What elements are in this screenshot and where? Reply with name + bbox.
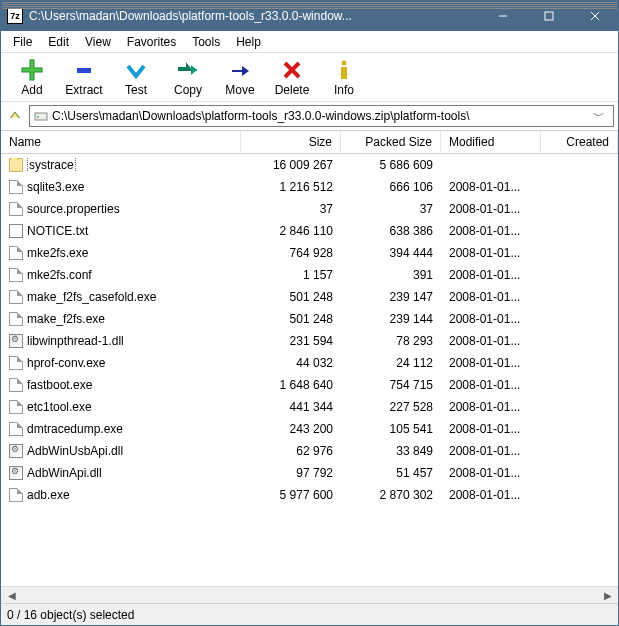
file-modified: 2008-01-01... [441, 466, 541, 480]
toolbar-label: Add [21, 83, 42, 97]
file-modified: 2008-01-01... [441, 268, 541, 282]
file-modified: 2008-01-01... [441, 356, 541, 370]
info-icon [333, 59, 355, 81]
file-name: AdbWinApi.dll [27, 466, 102, 480]
toolbar-label: Move [225, 83, 254, 97]
file-name: dmtracedump.exe [27, 422, 123, 436]
file-modified: 2008-01-01... [441, 290, 541, 304]
menu-bar: FileEditViewFavoritesToolsHelp [1, 31, 618, 53]
delete-icon [281, 59, 303, 81]
file-packed-size: 227 528 [341, 400, 441, 414]
menu-help[interactable]: Help [228, 33, 269, 51]
file-packed-size: 5 686 609 [341, 158, 441, 172]
svg-point-8 [37, 116, 39, 118]
dropdown-icon[interactable]: ﹀ [589, 108, 609, 125]
menu-view[interactable]: View [77, 33, 119, 51]
menu-edit[interactable]: Edit [40, 33, 77, 51]
toolbar-info-button[interactable]: Info [319, 57, 369, 99]
file-size: 243 200 [241, 422, 341, 436]
file-row[interactable]: adb.exe5 977 6002 870 3022008-01-01... [1, 484, 618, 506]
file-packed-size: 239 144 [341, 312, 441, 326]
window-title: C:\Users\madan\Downloads\platform-tools_… [29, 9, 480, 23]
file-name: hprof-conv.exe [27, 356, 106, 370]
file-packed-size: 666 106 [341, 180, 441, 194]
file-row[interactable]: make_f2fs.exe501 248239 1442008-01-01... [1, 308, 618, 330]
toolbar-copy-button[interactable]: Copy [163, 57, 213, 99]
file-name: make_f2fs_casefold.exe [27, 290, 156, 304]
up-button[interactable] [5, 106, 25, 126]
horizontal-scrollbar[interactable]: ◀ ▶ [1, 586, 618, 603]
file-icon [9, 268, 23, 282]
file-icon [9, 246, 23, 260]
file-name: mke2fs.exe [27, 246, 88, 260]
column-name[interactable]: Name [1, 131, 241, 153]
file-row[interactable]: etc1tool.exe441 344227 5282008-01-01... [1, 396, 618, 418]
file-row[interactable]: systrace16 009 2675 686 609 [1, 154, 618, 176]
column-headers: Name Size Packed Size Modified Created [1, 130, 618, 154]
file-packed-size: 239 147 [341, 290, 441, 304]
toolbar-label: Info [334, 83, 354, 97]
file-row[interactable]: NOTICE.txt2 846 110638 3862008-01-01... [1, 220, 618, 242]
file-packed-size: 37 [341, 202, 441, 216]
toolbar-label: Test [125, 83, 147, 97]
status-bar: 0 / 16 object(s) selected [1, 603, 618, 625]
file-list[interactable]: systrace16 009 2675 686 609sqlite3.exe1 … [1, 154, 618, 586]
file-size: 231 594 [241, 334, 341, 348]
dll-icon [9, 444, 23, 458]
toolbar-extract-button[interactable]: Extract [59, 57, 109, 99]
column-packed-size[interactable]: Packed Size [341, 131, 441, 153]
svg-rect-6 [341, 67, 347, 79]
file-size: 5 977 600 [241, 488, 341, 502]
file-row[interactable]: mke2fs.exe764 928394 4442008-01-01... [1, 242, 618, 264]
file-name: etc1tool.exe [27, 400, 92, 414]
file-row[interactable]: make_f2fs_casefold.exe501 248239 1472008… [1, 286, 618, 308]
file-modified: 2008-01-01... [441, 488, 541, 502]
move-icon [229, 59, 251, 81]
scroll-right-icon[interactable]: ▶ [599, 588, 616, 603]
extract-icon [73, 59, 95, 81]
file-icon [9, 312, 23, 326]
file-size: 1 648 640 [241, 378, 341, 392]
file-row[interactable]: AdbWinUsbApi.dll62 97633 8492008-01-01..… [1, 440, 618, 462]
file-modified: 2008-01-01... [441, 422, 541, 436]
file-packed-size: 51 457 [341, 466, 441, 480]
close-button[interactable] [572, 1, 618, 31]
file-modified: 2008-01-01... [441, 246, 541, 260]
toolbar-test-button[interactable]: Test [111, 57, 161, 99]
column-size[interactable]: Size [241, 131, 341, 153]
menu-favorites[interactable]: Favorites [119, 33, 184, 51]
file-row[interactable]: AdbWinApi.dll97 79251 4572008-01-01... [1, 462, 618, 484]
file-packed-size: 394 444 [341, 246, 441, 260]
file-name: make_f2fs.exe [27, 312, 105, 326]
file-row[interactable]: hprof-conv.exe44 03224 1122008-01-01... [1, 352, 618, 374]
file-row[interactable]: libwinpthread-1.dll231 59478 2932008-01-… [1, 330, 618, 352]
toolbar-label: Delete [275, 83, 310, 97]
file-size: 501 248 [241, 290, 341, 304]
add-icon [21, 59, 43, 81]
file-row[interactable]: mke2fs.conf1 1573912008-01-01... [1, 264, 618, 286]
maximize-button[interactable] [526, 1, 572, 31]
path-input[interactable]: C:\Users\madan\Downloads\platform-tools_… [29, 105, 614, 127]
toolbar-add-button[interactable]: Add [7, 57, 57, 99]
menu-tools[interactable]: Tools [184, 33, 228, 51]
file-row[interactable]: dmtracedump.exe243 200105 5412008-01-01.… [1, 418, 618, 440]
file-row[interactable]: sqlite3.exe1 216 512666 1062008-01-01... [1, 176, 618, 198]
toolbar-move-button[interactable]: Move [215, 57, 265, 99]
file-size: 44 032 [241, 356, 341, 370]
file-modified: 2008-01-01... [441, 378, 541, 392]
file-row[interactable]: fastboot.exe1 648 640754 7152008-01-01..… [1, 374, 618, 396]
file-row[interactable]: source.properties37372008-01-01... [1, 198, 618, 220]
toolbar-delete-button[interactable]: Delete [267, 57, 317, 99]
menu-file[interactable]: File [5, 33, 40, 51]
file-name: systrace [27, 158, 76, 172]
minimize-button[interactable] [480, 1, 526, 31]
column-created[interactable]: Created [541, 131, 618, 153]
copy-icon [177, 59, 199, 81]
scroll-left-icon[interactable]: ◀ [3, 588, 20, 603]
file-size: 1 216 512 [241, 180, 341, 194]
column-modified[interactable]: Modified [441, 131, 541, 153]
file-packed-size: 754 715 [341, 378, 441, 392]
toolbar-label: Copy [174, 83, 202, 97]
file-modified: 2008-01-01... [441, 400, 541, 414]
file-icon [9, 400, 23, 414]
